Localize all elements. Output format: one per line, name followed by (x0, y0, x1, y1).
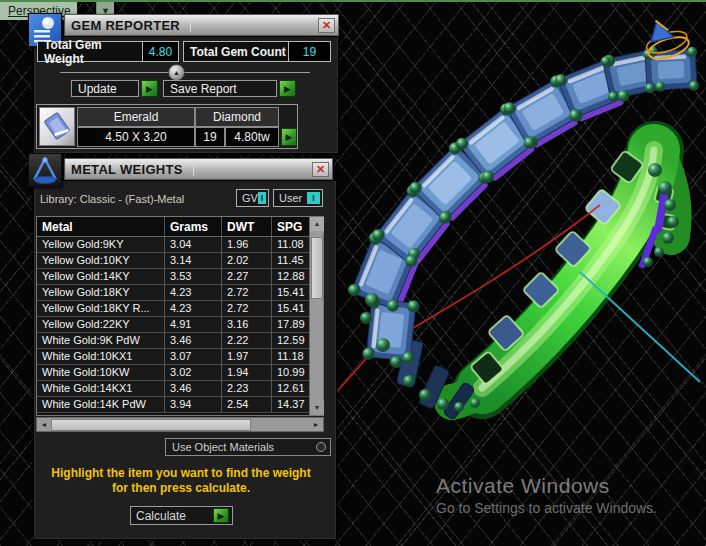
gem-size-value: 4.50 X 3.20 (77, 127, 195, 147)
close-icon[interactable]: ✕ (318, 18, 335, 33)
table-cell: 3.94 (165, 397, 222, 412)
metal-table-body: Yellow Gold:9KY3.041.9611.08Yellow Gold:… (37, 237, 323, 413)
table-row[interactable]: Yellow Gold:9KY3.041.9611.08 (37, 237, 323, 253)
table-cell: White Gold:14KX1 (37, 381, 165, 396)
total-gem-weight-label: Total Gem Weight (37, 41, 143, 62)
table-cell: 12.59 (272, 333, 309, 348)
table-cell: White Gold:9K PdW (37, 333, 165, 348)
use-object-materials-button[interactable]: Use Object Materials (165, 438, 331, 456)
calculate-go-icon[interactable]: ▶ (213, 508, 229, 523)
gem-count-value: 19 (195, 127, 225, 147)
table-row[interactable]: White Gold:9K PdW3.462.2212.59 (37, 333, 323, 349)
table-cell: 12.88 (272, 269, 309, 284)
table-cell: 2.72 (222, 285, 272, 300)
metal-table: Metal Grams DWT SPG Yellow Gold:9KY3.041… (36, 216, 324, 416)
gv-indicator: I (258, 192, 266, 204)
scroll-down-icon[interactable]: ▼ (310, 401, 324, 415)
table-cell: 2.72 (222, 301, 272, 316)
user-indicator: I (307, 192, 320, 204)
horizontal-scroll-thumb[interactable] (51, 419, 251, 431)
table-cell: Yellow Gold:18KY (37, 285, 165, 300)
user-toggle-button[interactable]: User I (273, 189, 323, 207)
gem-reporter-title: GEM REPORTER (65, 18, 180, 33)
table-cell: 1.94 (222, 365, 272, 380)
table-cell: 3.46 (165, 381, 222, 396)
close-icon[interactable]: ✕ (312, 162, 329, 177)
gem-type-header[interactable]: Diamond (195, 107, 279, 127)
gv-toggle-button[interactable]: GV I (236, 189, 269, 207)
table-row[interactable]: White Gold:10KX13.071.9711.18 (37, 349, 323, 365)
metal-weights-titlebar[interactable]: METAL WEIGHTS ✕ (64, 158, 333, 180)
vertical-scrollbar[interactable]: ▲ ▼ (309, 217, 323, 415)
titlebar-separator (193, 162, 194, 176)
table-row[interactable]: White Gold:10KW3.021.9410.99 (37, 365, 323, 381)
titlebar-separator (190, 18, 191, 32)
table-cell: 4.91 (165, 317, 222, 332)
table-row[interactable]: White Gold:14KX13.462.2312.61 (37, 381, 323, 397)
scroll-left-icon[interactable]: ◄ (37, 418, 51, 432)
table-cell: 3.14 (165, 253, 222, 268)
horizontal-scrollbar[interactable]: ◄ ► (36, 417, 324, 432)
table-cell: Yellow Gold:10KY (37, 253, 165, 268)
gem-thumbnail[interactable] (39, 107, 75, 146)
gem-weight-value: 4.80tw (225, 127, 279, 147)
column-header[interactable]: SPG (272, 217, 309, 236)
table-row[interactable]: Yellow Gold:18KY R...4.232.7215.41 (37, 301, 323, 317)
table-cell: Yellow Gold:9KY (37, 237, 165, 252)
table-cell: 15.41 (272, 285, 309, 300)
panel-divider-line (60, 72, 310, 73)
table-cell: 1.96 (222, 237, 272, 252)
table-cell: 11.45 (272, 253, 309, 268)
table-cell: 12.61 (272, 381, 309, 396)
table-cell: Yellow Gold:18KY R... (37, 301, 165, 316)
gem-row-go-icon[interactable]: ▶ (281, 128, 297, 146)
table-cell: White Gold:10KX1 (37, 349, 165, 364)
table-cell: 17.89 (272, 317, 309, 332)
total-gem-count-value[interactable]: 19 (289, 41, 331, 62)
table-cell: 3.02 (165, 365, 222, 380)
gem-summary-panel: Emerald Diamond 4.50 X 3.20 19 4.80tw ▶ (36, 104, 298, 149)
column-header[interactable]: DWT (222, 217, 272, 236)
column-header[interactable]: Grams (165, 217, 222, 236)
save-report-button[interactable]: Save Report (163, 80, 277, 97)
table-cell: 3.04 (165, 237, 222, 252)
update-button[interactable]: Update (71, 80, 139, 97)
table-cell: 11.18 (272, 349, 309, 364)
table-cell: 4.23 (165, 285, 222, 300)
table-cell: 2.22 (222, 333, 272, 348)
scroll-up-icon[interactable]: ▲ (310, 217, 324, 231)
collapse-handle[interactable]: ▲ (168, 64, 185, 81)
table-cell: Yellow Gold:14KY (37, 269, 165, 284)
total-gem-weight-value[interactable]: 4.80 (143, 41, 179, 62)
vertical-scroll-thumb[interactable] (311, 237, 323, 299)
library-label: Library: Classic - (Fast)-Metal (40, 193, 184, 205)
instruction-text: Highlight the item you want to find the … (36, 466, 326, 496)
total-gem-count-label: Total Gem Count (183, 41, 289, 62)
table-row[interactable]: Yellow Gold:22KY4.913.1617.89 (37, 317, 323, 333)
table-cell: 15.41 (272, 301, 309, 316)
table-cell: 11.08 (272, 237, 309, 252)
table-row[interactable]: Yellow Gold:14KY3.532.2712.88 (37, 269, 323, 285)
table-row[interactable]: Yellow Gold:10KY3.142.0211.45 (37, 253, 323, 269)
activate-windows-subtext: Go to Settings to activate Windows. (436, 500, 657, 516)
update-go-icon[interactable]: ▶ (141, 80, 158, 97)
table-cell: 3.53 (165, 269, 222, 284)
table-cell: White Gold:10KW (37, 365, 165, 380)
metal-table-header: Metal Grams DWT SPG (37, 217, 323, 237)
table-cell: 3.07 (165, 349, 222, 364)
gem-reporter-titlebar[interactable]: GEM REPORTER ✕ (64, 14, 339, 36)
gem-cut-header[interactable]: Emerald (77, 107, 195, 127)
table-cell: 2.27 (222, 269, 272, 284)
table-row[interactable]: Yellow Gold:18KY4.232.7215.41 (37, 285, 323, 301)
gem-reporter-panel: GEM REPORTER ✕ Total Gem Weight 4.80 Tot… (28, 12, 339, 154)
table-cell: 2.54 (222, 397, 272, 412)
metal-weights-icon (28, 153, 62, 187)
column-header[interactable]: Metal (37, 217, 165, 236)
table-cell: Yellow Gold:22KY (37, 317, 165, 332)
scroll-right-icon[interactable]: ► (309, 418, 323, 432)
metal-weights-panel: METAL WEIGHTS ✕ Library: Classic - (Fast… (28, 150, 339, 540)
table-row[interactable]: White Gold:14K PdW3.942.5414.37 (37, 397, 323, 413)
save-report-go-icon[interactable]: ▶ (279, 80, 296, 97)
table-cell: 10.99 (272, 365, 309, 380)
table-cell: 2.02 (222, 253, 272, 268)
